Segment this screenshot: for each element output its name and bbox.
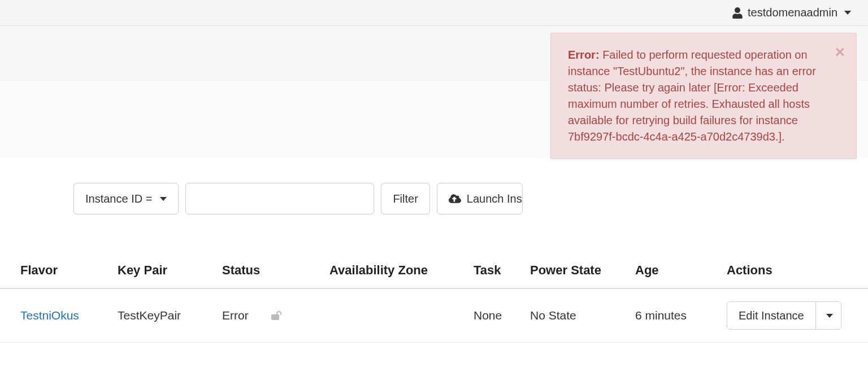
filter-field-dropdown[interactable]: Instance ID = [73, 183, 179, 214]
age-cell: 6 minutes [635, 309, 727, 322]
alert-title: Error: [568, 49, 600, 61]
actions-cell: Edit Instance [727, 301, 848, 330]
col-header-keypair[interactable]: Key Pair [118, 263, 222, 278]
user-icon [732, 7, 743, 19]
action-button-group: Edit Instance [727, 301, 841, 330]
filter-button[interactable]: Filter [381, 183, 429, 214]
col-header-flavor[interactable]: Flavor [20, 263, 118, 278]
cloud-upload-icon [449, 194, 461, 204]
user-menu[interactable]: testdomenaadmin [732, 6, 851, 19]
power-cell: No State [530, 309, 635, 322]
action-dropdown-toggle[interactable] [815, 302, 841, 329]
table-header-row: Flavor Key Pair Status Availability Zone… [0, 263, 868, 289]
topbar: testdomenaadmin [0, 0, 868, 26]
col-header-power[interactable]: Power State [530, 263, 635, 278]
col-header-actions: Actions [727, 263, 848, 278]
filter-toolbar: Instance ID = Filter Launch Ins [73, 183, 523, 214]
caret-down-icon [826, 314, 833, 318]
action-label: Edit Instance [739, 309, 804, 322]
filter-button-label: Filter [393, 192, 418, 205]
flavor-link[interactable]: TestniOkus [20, 309, 79, 322]
close-icon[interactable]: × [835, 43, 845, 60]
col-header-task[interactable]: Task [474, 263, 530, 278]
alert-message: Failed to perform requested operation on… [568, 49, 816, 143]
filter-value-input[interactable] [185, 183, 374, 214]
error-alert: × Error: Failed to perform requested ope… [550, 33, 857, 159]
col-header-az[interactable]: Availability Zone [329, 263, 474, 278]
status-cell: Error [222, 309, 329, 322]
username-label: testdomenaadmin [748, 6, 837, 19]
instances-table: Flavor Key Pair Status Availability Zone… [0, 263, 868, 343]
caret-down-icon [844, 11, 851, 15]
edit-instance-button[interactable]: Edit Instance [727, 302, 815, 329]
table-row: TestniOkus TestKeyPair Error None No Sta… [0, 289, 868, 343]
launch-button-label: Launch Ins [467, 192, 522, 205]
filter-field-label: Instance ID = [85, 192, 152, 205]
task-cell: None [474, 309, 530, 322]
col-header-status[interactable]: Status [222, 263, 329, 278]
col-header-age[interactable]: Age [635, 263, 727, 278]
launch-instance-button[interactable]: Launch Ins [437, 183, 523, 214]
caret-down-icon [160, 197, 167, 201]
unlock-icon [271, 310, 281, 321]
status-text: Error [222, 309, 249, 322]
keypair-cell: TestKeyPair [118, 309, 222, 322]
